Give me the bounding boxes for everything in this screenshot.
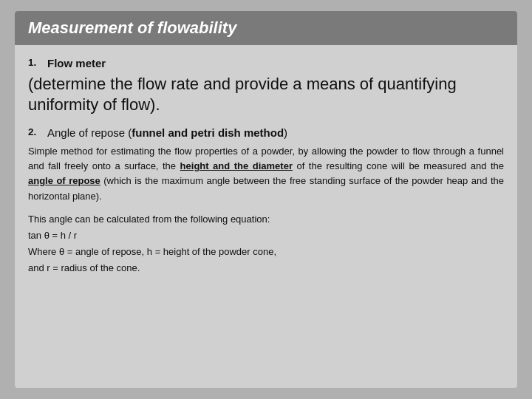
section-1-title: Flow meter [47, 55, 106, 72]
section-2-title: Angle of repose (funnel and petri dish m… [47, 125, 287, 142]
section-2-body-bold2: angle of repose [28, 175, 100, 186]
section-2-body: Simple method for estimating the flow pr… [28, 144, 504, 204]
card-header: Measurement of flowability [15, 11, 517, 45]
section-1-number: 1. [28, 55, 43, 70]
section-1-subtitle: (determine the flow rate and provide a m… [28, 74, 504, 116]
section-1-header: 1. Flow meter [28, 55, 504, 72]
card-body: 1. Flow meter (determine the flow rate a… [15, 45, 517, 296]
equation-line1: tan θ = h / r [28, 228, 504, 244]
section-2-title-bold: funnel and petri dish method [132, 126, 284, 139]
section-2-number: 2. [28, 125, 43, 140]
equation-block: This angle can be calculated from the fo… [28, 211, 504, 276]
section-2: 2. Angle of repose (funnel and petri dis… [28, 125, 504, 276]
page-title: Measurement of flowability [28, 18, 504, 38]
section-2-header: 2. Angle of repose (funnel and petri dis… [28, 125, 504, 142]
section-2-title-prefix: Angle of repose [47, 126, 128, 139]
section-1: 1. Flow meter (determine the flow rate a… [28, 55, 504, 116]
section-2-body-mid: of the resulting cone will be measured a… [293, 160, 504, 171]
section-2-body-bold1: height and the diameter [180, 160, 293, 171]
section-2-bracket-close: ) [284, 126, 287, 139]
equation-line2: Where θ = angle of repose, h = height of… [28, 244, 504, 260]
equation-intro: This angle can be calculated from the fo… [28, 211, 504, 228]
equation-line3: and r = radius of the cone. [28, 260, 504, 276]
main-card: Measurement of flowability 1. Flow meter… [15, 11, 517, 388]
